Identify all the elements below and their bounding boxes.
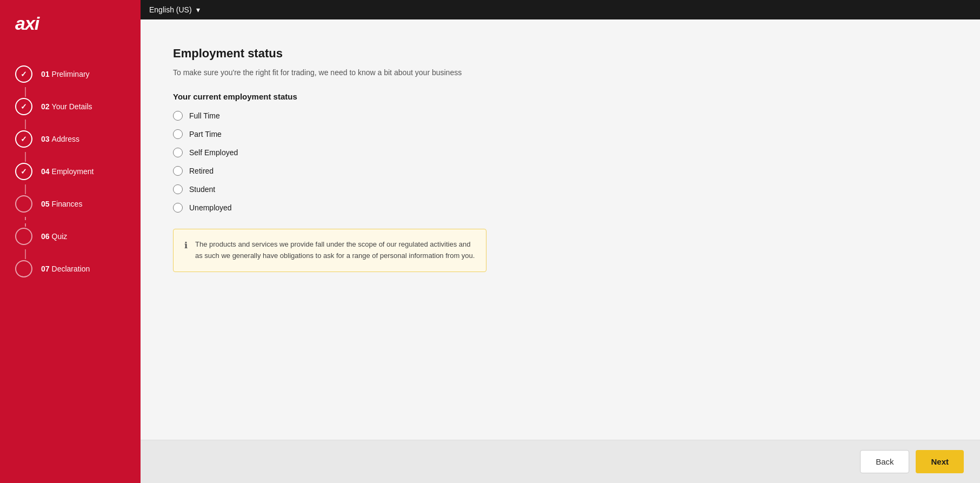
- top-bar: English (US) ▾: [141, 0, 980, 19]
- section-label: Your current employment status: [173, 92, 948, 101]
- info-box: ℹ The products and services we provide f…: [173, 229, 486, 272]
- radio-item-full-time[interactable]: Full Time: [173, 111, 948, 121]
- radio-input-full-time[interactable]: [173, 111, 183, 121]
- language-selector[interactable]: English (US) ▾: [149, 5, 200, 14]
- sidebar: axi 01Preliminary02Your Details03Address…: [0, 0, 141, 483]
- page-subtitle: To make sure you're the right fit for tr…: [173, 68, 948, 77]
- radio-item-part-time[interactable]: Part Time: [173, 129, 948, 139]
- radio-item-retired[interactable]: Retired: [173, 166, 948, 176]
- logo: axi: [0, 0, 141, 47]
- sidebar-steps: 01Preliminary02Your Details03Address04Em…: [0, 47, 141, 483]
- info-icon: ℹ: [184, 240, 188, 262]
- step-circle-05: [15, 195, 32, 213]
- radio-label-unemployed: Unemployed: [189, 203, 232, 212]
- step-label-01: 01Preliminary: [41, 70, 90, 78]
- step-circle-03: [15, 130, 32, 148]
- radio-input-part-time[interactable]: [173, 129, 183, 139]
- sidebar-step-07[interactable]: 07Declaration: [0, 253, 141, 285]
- step-label-07: 07Declaration: [41, 264, 90, 273]
- sidebar-step-01[interactable]: 01Preliminary: [0, 58, 141, 90]
- radio-item-self-employed[interactable]: Self Employed: [173, 148, 948, 157]
- sidebar-step-02[interactable]: 02Your Details: [0, 90, 141, 123]
- language-label: English (US): [149, 5, 192, 14]
- step-label-04: 04Employment: [41, 167, 94, 176]
- radio-label-self-employed: Self Employed: [189, 148, 238, 157]
- step-label-02: 02Your Details: [41, 102, 92, 111]
- radio-input-self-employed[interactable]: [173, 148, 183, 157]
- sidebar-step-04[interactable]: 04Employment: [0, 155, 141, 188]
- step-label-06: 06Quiz: [41, 232, 67, 241]
- radio-input-unemployed[interactable]: [173, 203, 183, 213]
- radio-input-retired[interactable]: [173, 166, 183, 176]
- step-circle-01: [15, 65, 32, 83]
- step-label-05: 05Finances: [41, 200, 82, 208]
- sidebar-step-05[interactable]: 05Finances: [0, 188, 141, 220]
- step-circle-07: [15, 260, 32, 277]
- radio-label-student: Student: [189, 185, 215, 194]
- radio-label-part-time: Part Time: [189, 130, 222, 138]
- step-circle-06: [15, 228, 32, 245]
- radio-item-student[interactable]: Student: [173, 184, 948, 194]
- radio-label-retired: Retired: [189, 167, 214, 175]
- employment-radio-group: Full TimePart TimeSelf EmployedRetiredSt…: [173, 111, 948, 213]
- info-text: The products and services we provide fal…: [195, 239, 475, 262]
- sidebar-step-03[interactable]: 03Address: [0, 123, 141, 155]
- next-button[interactable]: Next: [916, 450, 964, 473]
- footer: Back Next: [141, 440, 980, 483]
- back-button[interactable]: Back: [860, 450, 909, 473]
- main-content: English (US) ▾ Employment status To make…: [141, 0, 980, 483]
- sidebar-step-06[interactable]: 06Quiz: [0, 220, 141, 253]
- dropdown-icon: ▾: [196, 5, 200, 14]
- radio-item-unemployed[interactable]: Unemployed: [173, 203, 948, 213]
- step-label-03: 03Address: [41, 135, 79, 143]
- step-circle-04: [15, 163, 32, 180]
- content-area: Employment status To make sure you're th…: [141, 19, 980, 440]
- radio-label-full-time: Full Time: [189, 111, 220, 120]
- step-circle-02: [15, 98, 32, 115]
- radio-input-student[interactable]: [173, 184, 183, 194]
- page-title: Employment status: [173, 47, 948, 61]
